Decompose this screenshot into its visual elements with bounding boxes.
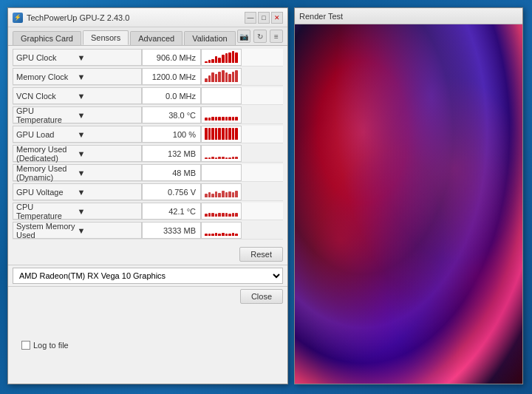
sensor-graph-bars [204,186,239,198]
menu-button[interactable]: ≡ [270,30,283,43]
sensors-list: GPU Clock ▼ 906.0 MHz Memory Clock ▼ 120… [8,46,287,244]
tab-validation[interactable]: Validation [184,31,236,45]
close-main-button[interactable]: Close [240,289,283,304]
sensor-name-cell: GPU Load ▼ [13,126,142,143]
sensor-name-cell: GPU Voltage ▼ [13,183,142,200]
sensor-dropdown-arrow[interactable]: ▼ [78,130,139,139]
sensor-graph-bars [204,166,239,179]
tab-graphics-card[interactable]: Graphics Card [13,31,81,45]
sensor-name-cell: System Memory Used ▼ [13,222,142,239]
sensor-dropdown-arrow[interactable]: ▼ [78,188,139,197]
sensor-name-text: GPU Clock [16,53,78,62]
render-title: Render Test [299,12,343,21]
sensor-name-text: Memory Used (Dynamic) [16,164,78,182]
sensor-graph-cell [201,87,242,104]
sensor-name-text: GPU Load [16,130,78,139]
sensor-graph-bars [204,128,239,140]
sensor-name-text: CPU Temperature [16,203,78,220]
sensor-row: System Memory Used ▼ 3333 MB [13,222,283,240]
app-title: TechPowerUp GPU-Z 2.43.0 [27,13,129,22]
tab-advanced[interactable]: Advanced [130,31,183,45]
sensor-name-cell: Memory Used (Dynamic) ▼ [13,164,142,181]
sensor-value-cell: 132 MB [142,145,201,162]
sensor-value-cell: 3333 MB [142,222,201,239]
tab-toolbar: 📷 ↻ ≡ [237,30,283,45]
sensor-dropdown-arrow[interactable]: ▼ [78,207,139,216]
sensor-row: Memory Used (Dedicated) ▼ 132 MB [13,145,283,163]
sensor-graph-cell [201,126,242,143]
sensor-graph-cell [201,183,242,200]
sensor-graph-cell [201,203,242,220]
titlebar-left: ⚡ TechPowerUp GPU-Z 2.43.0 [13,13,129,23]
sensor-name-cell: Memory Clock ▼ [13,68,142,85]
sensor-name-cell: GPU Clock ▼ [13,49,142,66]
sensor-name-text: VCN Clock [16,92,78,101]
sensor-name-cell: CPU Temperature ▼ [13,203,142,220]
sensor-value-cell: 1200.0 MHz [142,68,201,85]
sensor-name-text: System Memory Used [16,222,78,240]
sensor-name-cell: GPU Temperature ▼ [13,106,142,123]
sensor-graph-bars [204,89,239,102]
sensor-row: GPU Temperature ▼ 38.0 °C [13,106,283,124]
sensor-dropdown-arrow[interactable]: ▼ [78,53,139,62]
render-window: Render Test [294,7,523,384]
sensor-graph-bars [204,147,239,160]
sensor-row: GPU Clock ▼ 906.0 MHz [13,49,283,67]
sensor-name-text: GPU Voltage [16,188,78,197]
sensor-row: Memory Used (Dynamic) ▼ 48 MB [13,164,283,182]
titlebar-buttons: — □ ✕ [245,12,283,24]
gpuz-window: ⚡ TechPowerUp GPU-Z 2.43.0 — □ ✕ Graphic… [7,7,288,384]
sensor-graph-bars [204,70,239,83]
reset-button[interactable]: Reset [239,247,283,262]
close-row: Close [8,286,287,306]
render-overlay [295,24,522,384]
sensor-dropdown-arrow[interactable]: ▼ [78,226,139,235]
sensor-name-cell: Memory Used (Dedicated) ▼ [13,145,142,162]
sensor-value-cell: 48 MB [142,164,201,181]
sensor-dropdown-arrow[interactable]: ▼ [78,92,139,101]
sensor-name-text: Memory Used (Dedicated) [16,145,78,163]
sensor-row: VCN Clock ▼ 0.0 MHz [13,87,283,105]
sensor-graph-cell [201,49,242,66]
tab-bar: Graphics Card Sensors Advanced Validatio… [8,27,287,46]
close-button[interactable]: ✕ [271,12,283,24]
sensor-name-text: GPU Temperature [16,106,78,124]
sensor-dropdown-arrow[interactable]: ▼ [78,149,139,158]
render-content [295,24,522,384]
sensor-value-cell: 42.1 °C [142,203,201,220]
device-row: AMD Radeon(TM) RX Vega 10 Graphics [8,265,287,286]
sensor-row: CPU Temperature ▼ 42.1 °C [13,203,283,220]
sensor-graph-bars [204,109,239,121]
sensor-row: Memory Clock ▼ 1200.0 MHz [13,68,283,86]
sensor-row: GPU Load ▼ 100 % [13,126,283,143]
sensor-graph-bars [204,224,239,237]
app-icon: ⚡ [13,13,23,23]
sensor-graph-cell [201,106,242,123]
log-checkbox[interactable] [21,341,30,350]
render-titlebar: Render Test [295,8,522,24]
sensor-graph-bars [204,205,239,217]
sensor-dropdown-arrow[interactable]: ▼ [78,169,139,177]
sensor-name-cell: VCN Clock ▼ [13,87,142,104]
sensor-graph-cell [201,164,242,181]
sensor-graph-cell [201,222,242,239]
sensor-value-cell: 906.0 MHz [142,49,201,66]
tab-sensors[interactable]: Sensors [83,30,129,45]
log-label: Log to file [33,341,69,350]
sensor-graph-cell [201,68,242,85]
footer-buttons: Reset [8,244,287,265]
sensor-dropdown-arrow[interactable]: ▼ [78,72,139,81]
maximize-button[interactable]: □ [258,12,270,24]
sensor-name-text: Memory Clock [16,72,78,81]
log-check-area: Log to file [21,341,69,350]
sensor-dropdown-arrow[interactable]: ▼ [78,111,139,120]
sensor-row: GPU Voltage ▼ 0.756 V [13,183,283,201]
minimize-button[interactable]: — [245,12,256,24]
refresh-button[interactable]: ↻ [253,30,267,43]
app-icon-symbol: ⚡ [14,14,21,21]
screenshot-button[interactable]: 📷 [237,30,250,43]
sensor-graph-bars [204,51,239,64]
sensor-graph-cell [201,145,242,162]
gpuz-titlebar: ⚡ TechPowerUp GPU-Z 2.43.0 — □ ✕ [8,8,287,27]
device-select[interactable]: AMD Radeon(TM) RX Vega 10 Graphics [13,268,283,284]
